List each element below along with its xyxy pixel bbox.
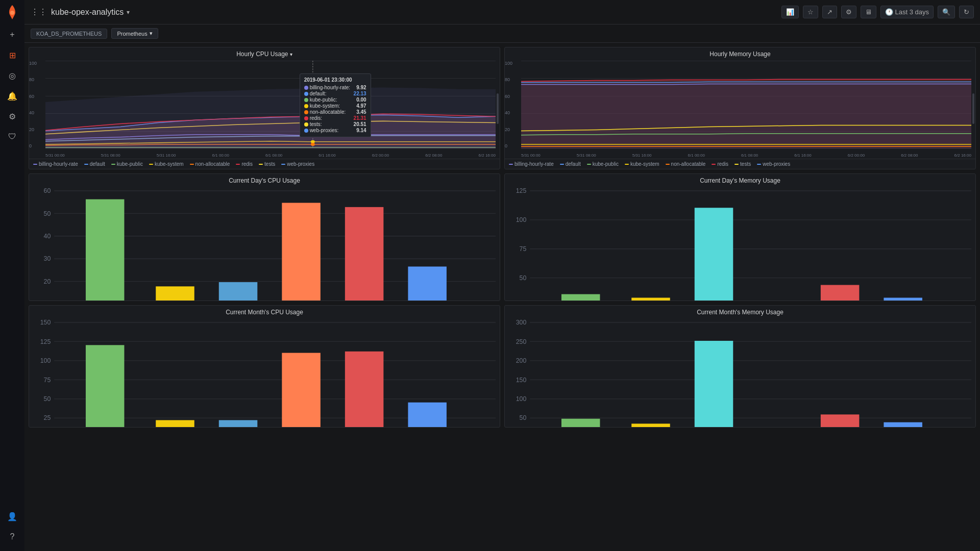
hourly-cpu-area: 100 80 60 40 20 0 (29, 59, 500, 159)
svg-text:150: 150 (516, 376, 527, 383)
svg-text:75: 75 (44, 376, 51, 383)
topbar-left: ⋮⋮ kube-opex-analytics ▾ (31, 7, 781, 17)
svg-point-11 (311, 134, 315, 137)
monthly-memory-chart: Current Month's Memory Usage 300 250 200… (504, 305, 976, 428)
breadcrumb-bar: KOA_DS_PROMETHEUS Prometheus ▾ (24, 24, 980, 43)
sidebar-shield[interactable]: 🛡 (3, 128, 21, 146)
help-icon[interactable]: ? (3, 528, 21, 546)
sidebar-add[interactable]: + (3, 26, 21, 44)
main-content: Hourly CPU Usage ▾ 100 80 60 40 20 0 (24, 43, 980, 551)
hourly-cpu-dropdown[interactable]: ▾ (290, 52, 292, 57)
svg-rect-84 (345, 352, 384, 428)
svg-text:50: 50 (520, 414, 527, 421)
refresh-button[interactable]: ↻ (959, 6, 974, 18)
svg-text:10: 10 (44, 300, 51, 301)
monthly-cpu-svg: 150 125 100 75 50 25 0 default kube-syst… (33, 319, 496, 428)
topbar-right: 📊 ☆ ↗ ⚙ 🖥 🕐 Last 3 days 🔍 ↻ (781, 6, 974, 18)
svg-rect-78 (156, 420, 194, 428)
svg-rect-82 (282, 353, 321, 428)
hourly-memory-legend: billing-hourly-rate default kube-public … (505, 159, 975, 169)
svg-rect-112 (884, 422, 922, 428)
daily-memory-chart: Current Day's Memory Usage 125 100 75 50… (504, 173, 976, 301)
svg-rect-33 (282, 203, 321, 301)
monthly-memory-title: Current Month's Memory Usage (505, 306, 975, 317)
sidebar-alerts[interactable]: 🔔 (3, 87, 21, 105)
svg-point-0 (10, 11, 14, 15)
app-logo[interactable] (4, 4, 20, 20)
share-button[interactable]: ↗ (822, 6, 837, 18)
svg-rect-52 (631, 298, 670, 301)
breadcrumb-datasource[interactable]: KOA_DS_PROMETHEUS (31, 29, 107, 39)
time-icon: 🕐 (885, 8, 893, 16)
hourly-cpu-title: Hourly CPU Usage ▾ (29, 47, 500, 59)
monthly-cpu-title: Current Month's CPU Usage (29, 306, 500, 317)
svg-rect-76 (86, 345, 125, 428)
svg-text:50: 50 (520, 274, 527, 282)
svg-rect-37 (408, 266, 447, 301)
breadcrumb-dashboard[interactable]: Prometheus ▾ (111, 28, 158, 39)
scroll-indicator-2 (972, 93, 974, 124)
daily-memory-title: Current Day's Memory Usage (505, 174, 975, 185)
hourly-cpu-chart: Hourly CPU Usage ▾ 100 80 60 40 20 0 (29, 47, 500, 169)
sidebar: + ⊞ ◎ 🔔 ⚙ 🛡 👤 ? (0, 0, 24, 551)
hourly-cpu-legend: billing-hourly-rate default kube-public … (29, 159, 500, 169)
monthly-cpu-chart: Current Month's CPU Usage 150 125 100 75… (29, 305, 500, 428)
svg-rect-29 (156, 286, 194, 301)
scroll-indicator (497, 93, 499, 124)
svg-text:25: 25 (44, 414, 51, 421)
svg-text:100: 100 (40, 357, 51, 364)
svg-point-10 (311, 121, 315, 124)
display-button[interactable]: 🖥 (861, 6, 876, 18)
svg-text:100: 100 (516, 395, 527, 403)
monthly-memory-svg: 300 250 200 150 100 50 0 default kube-sy… (509, 319, 971, 428)
sidebar-apps[interactable]: ⊞ (3, 46, 21, 64)
svg-text:60: 60 (44, 187, 51, 194)
svg-rect-102 (561, 419, 600, 428)
hourly-memory-chart: Hourly Memory Usage 100 80 60 40 20 0 (504, 47, 976, 169)
svg-text:50: 50 (44, 210, 51, 217)
time-range-button[interactable]: 🕐 Last 3 days (880, 6, 934, 18)
favorite-button[interactable]: ☆ (803, 6, 818, 18)
topbar-menu-icon[interactable]: ⋮⋮ (31, 7, 47, 17)
chart-type-button[interactable]: 📊 (781, 6, 799, 18)
svg-rect-106 (695, 341, 733, 428)
svg-rect-27 (86, 199, 125, 301)
svg-marker-3 (45, 88, 496, 148)
sidebar-explore[interactable]: ◎ (3, 66, 21, 85)
hourly-cpu-svg (45, 61, 496, 148)
svg-rect-54 (695, 208, 733, 301)
svg-rect-80 (219, 420, 258, 428)
daily-memory-svg: 125 100 75 50 25 0 default kube-system n… (509, 187, 971, 301)
svg-text:30: 30 (44, 255, 51, 262)
page-title: kube-opex-analytics ▾ (51, 8, 130, 17)
daily-cpu-chart: Current Day's CPU Usage 60 50 40 30 20 1… (29, 173, 500, 301)
svg-text:100: 100 (516, 216, 527, 223)
svg-text:125: 125 (516, 187, 527, 194)
svg-text:40: 40 (44, 233, 51, 240)
svg-rect-104 (631, 423, 670, 428)
svg-text:200: 200 (516, 357, 527, 364)
svg-text:20: 20 (44, 278, 51, 285)
dashboard-settings-button[interactable]: ⚙ (841, 6, 856, 18)
search-button[interactable]: 🔍 (938, 6, 955, 18)
svg-text:150: 150 (40, 319, 51, 326)
svg-rect-35 (345, 207, 384, 301)
daily-cpu-title: Current Day's CPU Usage (29, 174, 500, 185)
topbar: ⋮⋮ kube-opex-analytics ▾ 📊 ☆ ↗ ⚙ 🖥 🕐 Las… (24, 0, 980, 24)
user-avatar[interactable]: 👤 (3, 507, 21, 525)
hourly-memory-svg (521, 61, 971, 148)
sidebar-settings[interactable]: ⚙ (3, 107, 21, 126)
svg-point-6 (311, 115, 315, 118)
svg-rect-50 (561, 294, 600, 301)
hourly-memory-area: 100 80 60 40 20 0 (505, 59, 975, 159)
svg-text:50: 50 (44, 395, 51, 403)
svg-text:300: 300 (516, 319, 527, 326)
svg-text:250: 250 (516, 338, 527, 345)
svg-rect-58 (821, 285, 860, 301)
daily-cpu-svg: 60 50 40 30 20 10 0 default kube-system … (33, 187, 496, 301)
hourly-memory-title: Hourly Memory Usage (505, 47, 975, 59)
svg-rect-60 (884, 298, 922, 301)
svg-rect-110 (821, 414, 860, 428)
svg-rect-31 (219, 282, 258, 301)
title-caret[interactable]: ▾ (127, 9, 130, 16)
